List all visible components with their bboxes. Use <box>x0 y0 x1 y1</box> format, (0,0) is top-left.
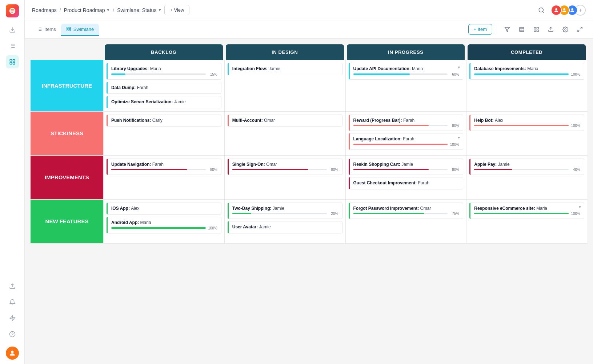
progress-bar <box>353 144 448 145</box>
svg-point-16 <box>563 8 565 10</box>
card[interactable]: Multi-Account: Omar <box>228 115 342 127</box>
card-title: Push Notifications: Carly <box>111 118 217 124</box>
breadcrumb-middle[interactable]: Product Roadmap ▼ <box>64 7 110 13</box>
lane-cell: Two-Day Shipping: Jamie20%User Avatar: J… <box>224 200 345 243</box>
card[interactable]: Responsive eCommerce site: Maria▼100% <box>469 203 584 219</box>
search-icon[interactable] <box>536 5 546 15</box>
add-view-button[interactable]: + View <box>164 5 189 15</box>
svg-rect-25 <box>69 27 71 29</box>
breadcrumb-sep1: / <box>60 7 61 13</box>
card[interactable]: Guest Checkout Improvement: Farah <box>349 177 464 189</box>
card[interactable]: User Avatar: Jamie <box>228 221 342 233</box>
progress-label: 80% <box>207 168 217 172</box>
progress-row: 80% <box>353 123 460 128</box>
card-dropdown-icon[interactable]: ▼ <box>578 205 582 209</box>
progress-label: 80% <box>449 168 459 172</box>
add-item-button[interactable]: + Item <box>468 24 493 35</box>
avatar-stack: + <box>554 5 586 16</box>
svg-point-15 <box>555 8 557 10</box>
svg-rect-36 <box>537 30 538 32</box>
progress-label: 15% <box>207 72 217 76</box>
progress-bar-container <box>111 73 206 75</box>
card[interactable]: Apple Pay: Jamie40% <box>469 159 584 175</box>
progress-row: 80% <box>353 167 460 172</box>
subtoolbar: Items Swimlane + Item <box>25 20 593 39</box>
card[interactable]: Optimize Server Serialization: Jamie <box>107 96 221 108</box>
swimlane-nav-icon[interactable] <box>6 55 19 68</box>
roadmap-icon[interactable] <box>6 39 19 52</box>
card-title: Android App: Maria <box>111 220 217 226</box>
progress-bar-container <box>232 213 327 214</box>
progress-row: 75% <box>353 211 460 216</box>
column-headers: BACKLOG IN DESIGN IN PROGRESS COMPLETED <box>31 44 587 60</box>
progress-row: 100% <box>474 72 580 76</box>
card[interactable]: Update API Documentation: Maria▼60% <box>349 63 464 80</box>
progress-bar-container <box>353 125 448 126</box>
card[interactable]: Language Localization: Farah▼100% <box>349 133 464 150</box>
svg-point-37 <box>565 29 566 30</box>
card[interactable]: Android App: Maria100% <box>107 217 221 233</box>
card[interactable]: Single Sign-On: Omar80% <box>228 159 342 175</box>
progress-bar-container <box>474 125 569 126</box>
card[interactable]: Forgot Password Improvement: Omar75% <box>349 203 464 219</box>
breadcrumb-root[interactable]: Roadmaps <box>32 7 57 13</box>
layout-icon[interactable] <box>530 24 542 35</box>
card[interactable]: Integration Flow: Jamie <box>228 63 342 75</box>
bell-icon[interactable] <box>6 296 19 309</box>
header-empty <box>31 44 103 60</box>
lane-cell: Help Bot: Alex100% <box>466 112 587 155</box>
progress-row: 15% <box>111 72 217 76</box>
card[interactable]: Update Navigation: Farah80% <box>107 159 221 175</box>
card-title: Optimize Server Serialization: Jamie <box>111 99 217 105</box>
progress-bar-container <box>232 169 327 170</box>
card[interactable]: Reskin Shopping Cart: Jamie80% <box>349 159 464 175</box>
progress-row: 100% <box>474 123 580 128</box>
lane-cell: Database Improvements: Maria100% <box>466 60 587 111</box>
table-view-icon[interactable] <box>516 24 528 35</box>
lane-label-stickiness: STICKINESS <box>31 112 103 155</box>
svg-line-38 <box>580 27 582 29</box>
progress-bar <box>353 213 424 214</box>
svg-line-39 <box>578 30 580 32</box>
lane-cell: Update Navigation: Farah80% <box>103 156 224 199</box>
progress-bar <box>232 169 308 170</box>
card-dropdown-icon[interactable]: ▼ <box>457 136 461 140</box>
lane-label-new_features: NEW FEATURES <box>31 200 103 243</box>
progress-label: 100% <box>449 143 459 147</box>
avatar-1[interactable] <box>551 5 562 16</box>
card[interactable]: Library Upgrades: Maria15% <box>107 63 221 80</box>
card[interactable]: Reward (Progress Bar): Farah80% <box>349 115 464 131</box>
export-icon[interactable] <box>545 24 557 35</box>
card[interactable]: Two-Day Shipping: Jamie20% <box>228 203 342 219</box>
chevron-down-icon2: ▼ <box>158 8 161 12</box>
fullscreen-icon[interactable] <box>574 24 586 35</box>
progress-label: 100% <box>570 212 580 216</box>
card[interactable]: Database Improvements: Maria100% <box>469 63 584 80</box>
tab-items[interactable]: Items <box>32 24 61 36</box>
help-icon[interactable] <box>6 328 19 341</box>
upload-icon[interactable] <box>6 280 19 293</box>
card-title: Reskin Shopping Cart: Jamie <box>353 162 460 168</box>
svg-marker-11 <box>10 316 15 321</box>
settings-icon[interactable] <box>560 24 571 35</box>
download-icon[interactable] <box>6 23 19 36</box>
lightning-icon[interactable] <box>6 312 19 325</box>
user-avatar[interactable] <box>6 347 19 360</box>
card[interactable]: Push Notifications: Carly <box>107 115 221 127</box>
card-dropdown-icon[interactable]: ▼ <box>457 65 461 69</box>
progress-bar <box>111 227 206 229</box>
progress-label: 75% <box>449 212 459 216</box>
card[interactable]: Data Dump: Farah <box>107 82 221 94</box>
card[interactable]: IOS App: Alex <box>107 203 221 215</box>
card-title: Two-Day Shipping: Jamie <box>232 206 338 212</box>
col-header-indesign: IN DESIGN <box>226 44 344 60</box>
filter-icon[interactable] <box>501 24 513 35</box>
card-title: IOS App: Alex <box>111 206 217 212</box>
progress-bar-container <box>111 169 206 170</box>
board-container: BACKLOG IN DESIGN IN PROGRESS COMPLETED … <box>25 39 593 364</box>
tab-swimlane[interactable]: Swimlane <box>61 24 99 36</box>
card[interactable]: Help Bot: Alex100% <box>469 115 584 131</box>
breadcrumb-current[interactable]: Swimlane: Status ▼ <box>117 7 161 13</box>
card-title: Reward (Progress Bar): Farah <box>353 118 460 124</box>
app-logo[interactable] <box>6 4 19 17</box>
